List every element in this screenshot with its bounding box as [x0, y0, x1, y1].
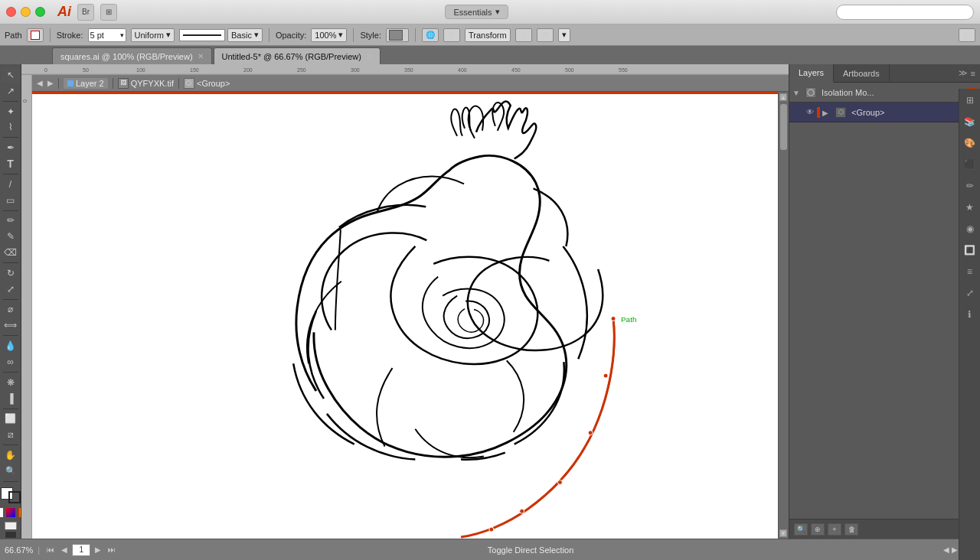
scroll-up-btn[interactable]: ▲ [779, 93, 787, 101]
stroke-input[interactable]: 5 pt ▾ [88, 28, 126, 42]
stroke-color-btn[interactable] [27, 28, 44, 42]
warp-btn[interactable]: ⌀ [2, 302, 20, 317]
settings-icon-btn[interactable]: ⚙ [443, 28, 460, 42]
close-button[interactable] [6, 7, 16, 17]
tab-squares-close[interactable]: ✕ [198, 52, 204, 60]
status-left-arrow[interactable]: ◀ [943, 545, 949, 554]
uniform-dropdown[interactable]: Uniform ▾ [131, 28, 175, 42]
group-expand-btn[interactable]: ▶ [822, 108, 833, 117]
panel-menu-icon[interactable]: ≫ [959, 68, 968, 78]
align-icon[interactable]: ⊞ [537, 28, 554, 42]
line-tool-btn[interactable]: / [2, 177, 20, 192]
selection-tool-btn[interactable]: ↖ [2, 67, 20, 83]
tab-untitled[interactable]: Untitled-5* @ 66.67% (RGB/Preview) ✕ [214, 47, 381, 64]
new-layer-btn[interactable]: + [828, 523, 841, 536]
sep4 [415, 28, 416, 42]
paintbrush-btn[interactable]: ✏ [2, 213, 20, 228]
search-layers-btn[interactable]: 🔍 [794, 523, 808, 536]
preview-mode-btn[interactable] [5, 531, 17, 539]
isolation-mode-label: Isolation Mo... [818, 88, 966, 97]
symbol-btn[interactable]: ❋ [2, 375, 20, 390]
align-dropdown[interactable]: ▾ [558, 28, 570, 42]
zoom-btn[interactable]: 🔍 [2, 464, 20, 479]
artboards-tab[interactable]: Artboards [834, 64, 890, 83]
pencil-btn[interactable]: ✎ [2, 229, 20, 244]
magic-wand-btn[interactable]: ✦ [2, 104, 20, 119]
rotate-btn[interactable]: ↻ [2, 265, 20, 281]
arrange-icon-btn[interactable]: ⊞ [100, 4, 117, 21]
align-panel-icon-btn[interactable]: ≡ [962, 263, 978, 280]
properties-icon-btn[interactable]: ⊞ [962, 92, 978, 109]
tab-untitled-close[interactable]: ✕ [366, 52, 372, 60]
nav-back-arrow[interactable]: ◀ [37, 79, 43, 87]
visibility-eye[interactable]: 👁 [805, 107, 815, 118]
color-btn[interactable] [5, 507, 16, 518]
layer-expand-btn[interactable]: ▼ [792, 88, 803, 97]
direct-select-tool-btn[interactable]: ↗ [2, 83, 20, 99]
chevron-down-icon: ▾ [495, 7, 500, 17]
rect-tool-btn[interactable]: ▭ [2, 193, 20, 208]
canvas-right-scrollbar[interactable]: ▲ ▼ [778, 92, 789, 539]
nav-prev-btn[interactable]: ◀ [58, 544, 70, 556]
scroll-thumb[interactable] [780, 104, 787, 150]
nav-forward-arrow[interactable]: ▶ [47, 79, 54, 87]
libraries-icon-btn[interactable]: 📚 [962, 113, 978, 130]
panel-close-icon[interactable]: ≡ [971, 69, 975, 78]
view-mode-btn[interactable] [5, 522, 17, 529]
locate-object-btn[interactable]: ⊕ [811, 523, 825, 536]
status-right-arrow[interactable]: ▶ [952, 545, 958, 554]
eyedropper-btn[interactable]: 💧 [2, 338, 20, 353]
eraser-btn[interactable]: ⌫ [2, 245, 20, 260]
swatches-icon-btn[interactable]: ⬛ [962, 156, 978, 173]
artboard-btn[interactable]: ⬜ [2, 411, 20, 426]
graph-btn[interactable]: ▐ [2, 391, 20, 406]
svg-text:0: 0 [44, 67, 47, 73]
slice-btn[interactable]: ⧄ [2, 427, 20, 442]
artboard[interactable]: Path [32, 92, 789, 539]
transform-btn[interactable]: Transform [465, 28, 511, 42]
basic-dropdown[interactable]: Basic ▾ [227, 28, 263, 42]
width-btn[interactable]: ⟺ [2, 317, 20, 333]
graphic-styles-icon-btn[interactable]: ◉ [962, 220, 978, 237]
bridge-icon-btn[interactable]: Br [77, 4, 94, 21]
style-box[interactable]: ▾ [386, 28, 409, 42]
page-number-input[interactable] [72, 544, 90, 556]
panel-icons: ≫ ≡ [959, 68, 980, 78]
svg-point-20 [808, 90, 814, 96]
layers-tab[interactable]: Layers [789, 64, 834, 83]
appearance-icon-btn[interactable]: 🔳 [962, 242, 978, 259]
scroll-down-btn[interactable]: ▼ [779, 529, 787, 537]
canvas-area[interactable]: 0 50 100 150 200 250 300 350 400 450 500… [21, 64, 789, 539]
info-icon-btn[interactable]: ℹ [962, 306, 978, 323]
type-tool-btn[interactable]: T [2, 156, 20, 171]
transform-icon[interactable]: ⤢ [515, 28, 532, 42]
transform-panel-icon-btn[interactable]: ⤢ [962, 285, 978, 301]
hand-btn[interactable]: ✋ [2, 448, 20, 463]
blend-btn[interactable]: ∞ [2, 354, 20, 370]
maximize-button[interactable] [35, 7, 45, 17]
nav-next-btn[interactable]: ▶ [92, 544, 104, 556]
lasso-btn[interactable]: ⌇ [2, 120, 20, 135]
globe-icon-btn[interactable]: 🌐 [422, 28, 439, 42]
opacity-dropdown[interactable]: 100% ▾ [311, 28, 347, 42]
svg-text:300: 300 [351, 67, 360, 73]
search-input[interactable] [836, 5, 974, 20]
group-layer-row[interactable]: 👁 ▶ ⬡ <Group> [789, 103, 980, 122]
no-fill-btn[interactable] [0, 507, 4, 518]
brushes-icon-btn[interactable]: ✏ [962, 177, 978, 194]
right-panel: Layers Artboards ≫ ≡ ▼ [789, 64, 980, 539]
color-icon-btn[interactable]: 🎨 [962, 135, 978, 151]
pen-tool-btn[interactable]: ✒ [2, 140, 20, 155]
isolation-mode-layer-row[interactable]: ▼ Isolation Mo... [789, 83, 980, 103]
scale-btn[interactable]: ⤢ [2, 282, 20, 297]
panel-toggle-btn[interactable]: ≡ [959, 28, 975, 42]
symbols-icon-btn[interactable]: ★ [962, 199, 978, 216]
stroke-box[interactable] [8, 491, 21, 503]
essentials-button[interactable]: Essentials ▾ [445, 5, 508, 19]
tab-squares[interactable]: squares.ai @ 100% (RGB/Preview) ✕ [52, 47, 212, 64]
minimize-button[interactable] [21, 7, 31, 17]
file-name: QYFYXK.tif [131, 79, 174, 88]
nav-first-btn[interactable]: ⏮ [44, 544, 57, 556]
delete-layer-btn[interactable]: 🗑 [844, 523, 858, 536]
nav-last-btn[interactable]: ⏭ [106, 544, 118, 556]
